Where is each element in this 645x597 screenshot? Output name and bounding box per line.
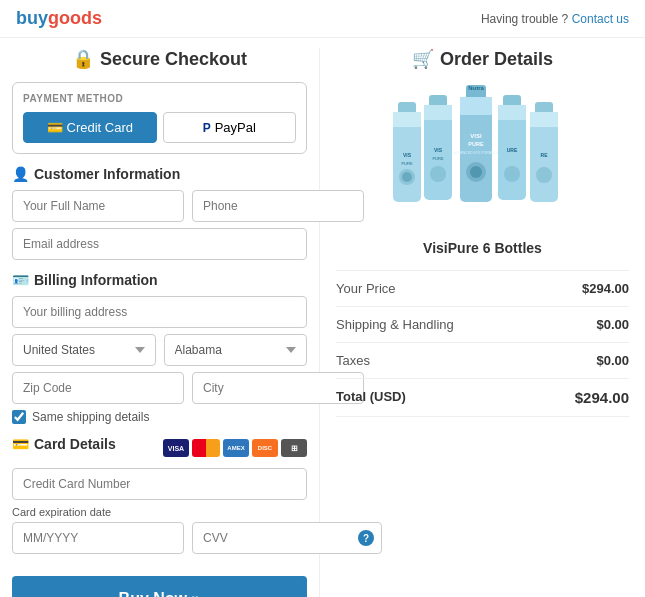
payment-method-box: PAYMENT METHOD 💳 Credit Card P PayPal	[12, 82, 307, 154]
zip-city-row	[12, 372, 307, 404]
total-label: Total (USD)	[336, 389, 406, 406]
svg-text:PURE: PURE	[468, 141, 484, 147]
same-shipping-row: Same shipping details	[12, 410, 307, 424]
card-icon: 💳	[12, 436, 29, 452]
credit-card-button[interactable]: 💳 Credit Card	[23, 112, 157, 143]
product-svg: VIS PURE VIS PURE	[388, 82, 578, 227]
address-row	[12, 296, 307, 328]
cvv-help-icon[interactable]: ?	[358, 530, 374, 546]
total-value: $294.00	[575, 389, 629, 406]
logo-buy: buy	[16, 8, 48, 28]
svg-rect-2	[393, 112, 421, 127]
full-name-input[interactable]	[12, 190, 184, 222]
expiry-cvv-row: ?	[12, 522, 307, 554]
shipping-row: Shipping & Handling $0.00	[336, 307, 629, 343]
customer-info-title: 👤 Customer Information	[12, 166, 307, 182]
state-wrapper: Alabama	[164, 334, 308, 366]
svg-point-26	[504, 166, 520, 182]
buy-now-button[interactable]: Buy Now »	[12, 576, 307, 597]
your-price-row: Your Price $294.00	[336, 271, 629, 307]
same-shipping-checkbox[interactable]	[12, 410, 26, 424]
credit-card-icon: 💳	[47, 120, 63, 135]
svg-rect-9	[424, 105, 452, 120]
trouble-text: Having trouble ?	[481, 12, 568, 26]
paypal-button[interactable]: P PayPal	[163, 112, 297, 143]
checkout-title: 🔒 Secure Checkout	[12, 48, 307, 70]
svg-text:RE: RE	[540, 152, 548, 158]
svg-point-12	[430, 166, 446, 182]
header-right: Having trouble ? Contact us	[481, 12, 629, 26]
svg-point-21	[470, 166, 482, 178]
zip-input[interactable]	[12, 372, 184, 404]
email-input[interactable]	[12, 228, 307, 260]
paypal-icon: P	[203, 121, 211, 135]
name-phone-row	[12, 190, 307, 222]
header: buygoods Having trouble ? Contact us	[0, 0, 645, 38]
svg-text:PURE: PURE	[401, 161, 412, 166]
your-price-value: $294.00	[582, 281, 629, 296]
state-select[interactable]: Alabama	[164, 334, 308, 366]
billing-icon: 🪪	[12, 272, 29, 288]
logo-goods: goods	[48, 8, 102, 28]
discover-icon: DISC	[252, 439, 278, 457]
taxes-row: Taxes $0.00	[336, 343, 629, 379]
cvv-wrapper: ?	[192, 522, 382, 554]
expiration-label: Card expiration date	[12, 506, 307, 518]
logo: buygoods	[16, 8, 102, 29]
shipping-value: $0.00	[596, 317, 629, 332]
svg-text:Nutra: Nutra	[468, 85, 484, 91]
taxes-label: Taxes	[336, 353, 370, 368]
amex-icon: AMEX	[223, 439, 249, 457]
svg-text:VIS: VIS	[402, 152, 411, 158]
cart-icon: 🛒	[412, 48, 434, 70]
svg-point-6	[402, 172, 412, 182]
your-price-label: Your Price	[336, 281, 396, 296]
product-name: VisiPure 6 Bottles	[336, 240, 629, 256]
billing-info-section: 🪪 Billing Information United States Alab…	[12, 272, 307, 424]
payment-label: PAYMENT METHOD	[23, 93, 296, 104]
visa-icon: VISA	[163, 439, 189, 457]
left-panel: 🔒 Secure Checkout PAYMENT METHOD 💳 Credi…	[0, 48, 320, 597]
svg-rect-24	[498, 105, 526, 120]
right-panel: 🛒 Order Details VIS PURE	[320, 48, 645, 597]
payment-buttons: 💳 Credit Card P PayPal	[23, 112, 296, 143]
card-header: 💳 Card Details VISA AMEX DISC ⊞	[12, 436, 307, 460]
customer-info-section: 👤 Customer Information	[12, 166, 307, 260]
country-select[interactable]: United States	[12, 334, 156, 366]
billing-info-title: 🪪 Billing Information	[12, 272, 307, 288]
svg-text:VIS: VIS	[433, 147, 442, 153]
mastercard-icon	[192, 439, 220, 457]
order-rows: Your Price $294.00 Shipping & Handling $…	[336, 270, 629, 417]
svg-text:URE: URE	[506, 147, 517, 153]
more-cards-icon: ⊞	[281, 439, 307, 457]
contact-link[interactable]: Contact us	[572, 12, 629, 26]
svg-rect-15	[460, 97, 492, 115]
order-details-title: 🛒 Order Details	[336, 48, 629, 70]
cvv-input[interactable]	[192, 522, 382, 554]
card-number-row	[12, 468, 307, 500]
country-state-row: United States Alabama	[12, 334, 307, 366]
lock-icon: 🔒	[72, 48, 94, 70]
svg-text:PURE: PURE	[432, 156, 443, 161]
svg-point-31	[536, 167, 552, 183]
email-row	[12, 228, 307, 260]
product-image: VIS PURE VIS PURE	[336, 82, 629, 230]
shipping-label: Shipping & Handling	[336, 317, 454, 332]
card-details-title: 💳 Card Details	[12, 436, 116, 452]
card-details-section: 💳 Card Details VISA AMEX DISC ⊞ Card exp…	[12, 436, 307, 554]
svg-rect-29	[530, 112, 558, 127]
expiry-input[interactable]	[12, 522, 184, 554]
taxes-value: $0.00	[596, 353, 629, 368]
svg-text:ADVANCED EYE FORMULA: ADVANCED EYE FORMULA	[453, 151, 499, 155]
billing-address-input[interactable]	[12, 296, 307, 328]
person-icon: 👤	[12, 166, 29, 182]
main-layout: 🔒 Secure Checkout PAYMENT METHOD 💳 Credi…	[0, 38, 645, 597]
svg-text:VISI: VISI	[470, 133, 482, 139]
country-wrapper: United States	[12, 334, 156, 366]
same-shipping-label[interactable]: Same shipping details	[32, 410, 149, 424]
card-number-input[interactable]	[12, 468, 307, 500]
card-icons: VISA AMEX DISC ⊞	[163, 439, 307, 457]
total-row: Total (USD) $294.00	[336, 379, 629, 417]
